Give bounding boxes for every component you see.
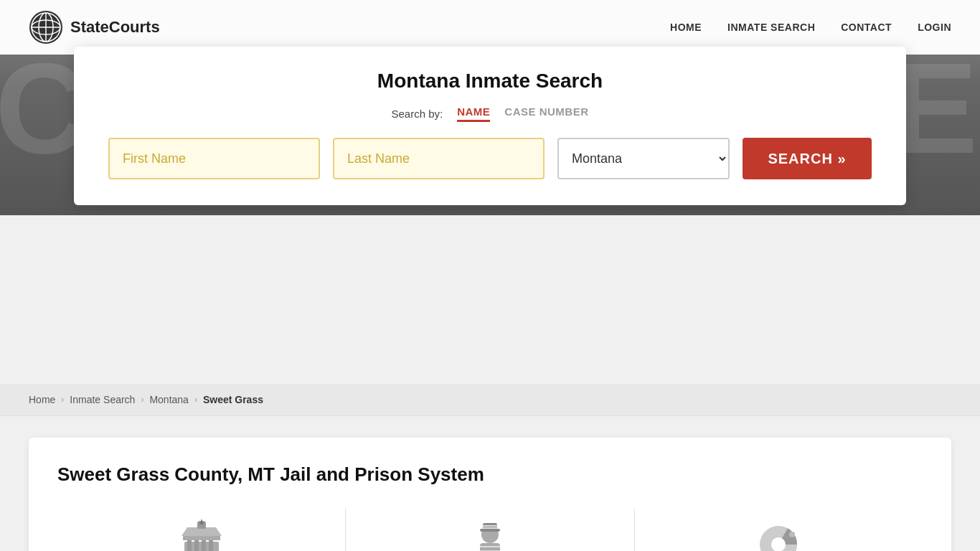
svg-rect-11 <box>183 536 220 540</box>
search-by-label: Search by: <box>391 108 443 120</box>
svg-rect-22 <box>480 546 500 547</box>
nav-links: HOME INMATE SEARCH CONTACT LOGIN <box>670 22 951 33</box>
prisoner-icon <box>461 516 519 551</box>
breadcrumb-sep-1: › <box>61 395 64 405</box>
jail-icon <box>173 516 230 551</box>
breadcrumb-home[interactable]: Home <box>29 394 55 405</box>
svg-rect-8 <box>194 539 199 551</box>
nav-contact[interactable]: CONTACT <box>841 22 892 33</box>
first-name-input[interactable] <box>108 138 320 179</box>
nav-login[interactable]: LOGIN <box>918 22 951 33</box>
breadcrumb-sep-2: › <box>141 395 143 405</box>
jail-rate-icon <box>750 516 807 551</box>
search-button[interactable]: SEARCH » <box>743 138 872 179</box>
tab-name[interactable]: NAME <box>457 105 490 122</box>
main-content: Sweet Grass County, MT Jail and Prison S… <box>0 416 980 551</box>
state-select[interactable]: Montana Alabama Alaska Arizona Californi… <box>557 138 730 179</box>
search-card: Montana Inmate Search Search by: NAME CA… <box>74 47 906 205</box>
breadcrumb: Home › Inmate Search › Montana › Sweet G… <box>0 384 980 416</box>
logo-text: StateCourts <box>70 18 160 37</box>
svg-rect-9 <box>202 539 206 551</box>
breadcrumb-inmate-search[interactable]: Inmate Search <box>70 394 135 405</box>
search-card-title: Montana Inmate Search <box>108 70 872 93</box>
logo-area[interactable]: StateCourts <box>29 10 160 44</box>
tab-case-number[interactable]: CASE NUMBER <box>504 105 588 122</box>
svg-point-28 <box>789 532 795 537</box>
svg-rect-10 <box>209 539 213 551</box>
stat-block-prisoners: 0 Prisoners <box>346 509 634 551</box>
svg-rect-7 <box>187 539 192 551</box>
svg-rect-19 <box>483 525 497 527</box>
breadcrumb-sep-3: › <box>194 395 197 405</box>
breadcrumb-montana[interactable]: Montana <box>149 394 188 405</box>
stats-card-title: Sweet Grass County, MT Jail and Prison S… <box>57 463 923 486</box>
last-name-input[interactable] <box>333 138 545 179</box>
nav-home[interactable]: HOME <box>670 22 702 33</box>
stats-card: Sweet Grass County, MT Jail and Prison S… <box>29 438 951 551</box>
stat-block-jail-rate: 0% Jail Rate <box>635 509 923 551</box>
breadcrumb-current: Sweet Grass <box>203 394 263 405</box>
svg-rect-20 <box>483 527 497 529</box>
stat-block-jails: 0 Jails <box>57 509 346 551</box>
nav-inmate-search[interactable]: INMATE SEARCH <box>727 22 815 33</box>
body-content: Home › Inmate Search › Montana › Sweet G… <box>0 384 980 551</box>
logo-icon <box>29 10 63 44</box>
search-inputs-row: Montana Alabama Alaska Arizona Californi… <box>108 138 872 179</box>
stats-row: 0 Jails <box>57 509 923 551</box>
search-by-row: Search by: NAME CASE NUMBER <box>108 105 872 122</box>
